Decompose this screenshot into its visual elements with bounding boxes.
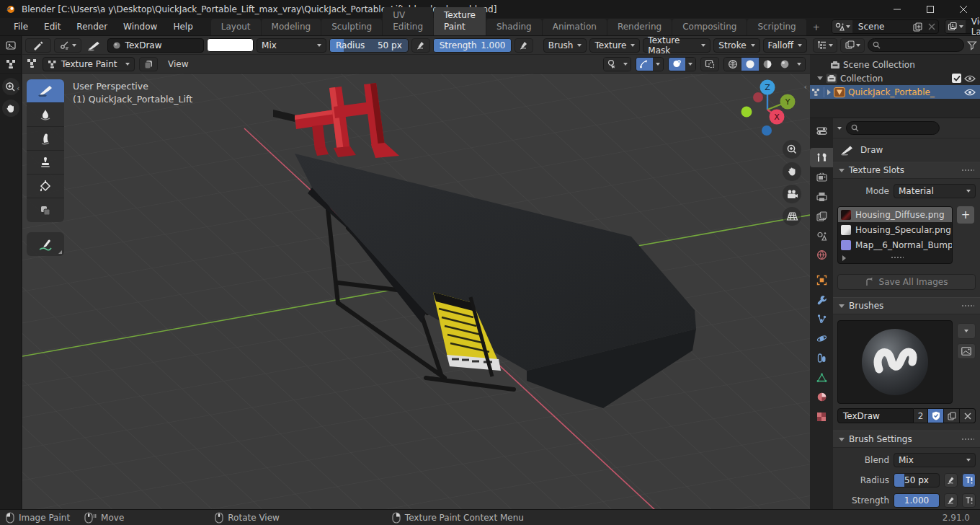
- mode-dropdown[interactable]: Texture Paint: [43, 57, 135, 71]
- tool-draw-button[interactable]: [27, 79, 64, 103]
- camera-view-button[interactable]: [783, 185, 801, 203]
- tab-particles[interactable]: [810, 309, 833, 329]
- mode-dropdown[interactable]: Material: [894, 184, 976, 198]
- expand-icon[interactable]: [817, 76, 823, 80]
- tool-annotate-button[interactable]: [27, 232, 64, 256]
- menu-file[interactable]: File: [6, 18, 36, 35]
- collection-checkbox[interactable]: [952, 74, 961, 83]
- scene-browse-button[interactable]: [832, 20, 852, 33]
- ortho-toggle-button[interactable]: [783, 207, 801, 226]
- image-editor-type-button[interactable]: [0, 36, 21, 55]
- tab-sculpting[interactable]: Sculpting: [321, 19, 382, 35]
- tab-object[interactable]: [810, 270, 833, 290]
- duplicate-brush-button[interactable]: [944, 408, 960, 423]
- brushes-panel-header[interactable]: Brushes: [833, 297, 980, 314]
- tab-tool[interactable]: [810, 148, 833, 167]
- outliner-editor-type-button[interactable]: [813, 38, 837, 53]
- paint-mask-button[interactable]: [139, 57, 158, 71]
- tool-soften-button[interactable]: [27, 103, 64, 127]
- active-tool-button[interactable]: [25, 38, 51, 53]
- brush-icon-button[interactable]: [957, 343, 976, 359]
- navigation-gizmo[interactable]: Z Y X: [726, 78, 807, 147]
- xray-toggle[interactable]: [700, 57, 719, 71]
- tab-layout[interactable]: Layout: [211, 19, 261, 35]
- radius-slider[interactable]: Radius 50 px: [329, 38, 409, 53]
- image-pan-tool-button[interactable]: [2, 100, 19, 117]
- texture-slots-panel-header[interactable]: Texture Slots: [833, 162, 980, 179]
- tab-compositing[interactable]: Compositing: [672, 19, 747, 35]
- texture-popover[interactable]: Texture: [589, 38, 640, 53]
- tab-object-data[interactable]: [810, 368, 833, 387]
- texture-slot-item[interactable]: Housing_Specular.png: [838, 222, 952, 237]
- tab-texture[interactable]: [810, 407, 833, 426]
- view-layer-browse-button[interactable]: [945, 20, 966, 33]
- scene-name[interactable]: Scene: [852, 22, 910, 32]
- brush-settings-panel-header[interactable]: Brush Settings: [833, 431, 980, 448]
- fake-user-button[interactable]: [928, 408, 944, 423]
- eye-icon[interactable]: [964, 88, 976, 97]
- tab-scene[interactable]: [810, 226, 833, 245]
- brush-name-field[interactable]: TexDraw: [837, 408, 914, 423]
- image-strip-header-button[interactable]: [0, 55, 21, 74]
- tab-world[interactable]: [810, 245, 833, 265]
- region-toggle-arrow[interactable]: ‹: [17, 84, 19, 93]
- strength-slider[interactable]: 1.000: [894, 493, 940, 508]
- radius-unit-toggle-button[interactable]: [962, 473, 976, 488]
- eye-icon[interactable]: [964, 74, 976, 83]
- outliner-row-scene-collection[interactable]: Scene Collection: [810, 58, 980, 71]
- list-grip-icon[interactable]: [891, 256, 904, 260]
- panel-grip-icon[interactable]: [961, 438, 974, 441]
- radius-pressure-button[interactable]: [411, 38, 430, 53]
- maximize-button[interactable]: [914, 0, 947, 18]
- chevron-down-icon[interactable]: [837, 127, 842, 130]
- strength-pen-pressure-button[interactable]: [944, 493, 958, 508]
- tab-modifiers[interactable]: [810, 290, 833, 309]
- tab-constraints[interactable]: [810, 348, 833, 368]
- blend-mode-dropdown[interactable]: Mix: [257, 38, 326, 53]
- falloff-popover[interactable]: Falloff: [763, 38, 807, 53]
- tool-mask-button[interactable]: [27, 198, 64, 222]
- tab-scripting[interactable]: Scripting: [747, 19, 806, 35]
- tab-output[interactable]: [810, 187, 833, 206]
- brush-popover[interactable]: Brush: [543, 38, 587, 53]
- pan-button[interactable]: [783, 162, 801, 181]
- outliner-row-collection[interactable]: Collection: [810, 71, 980, 85]
- brush-color-swatch[interactable]: [207, 38, 254, 52]
- tab-material[interactable]: [810, 387, 833, 407]
- strength-slider[interactable]: Strength 1.000: [433, 38, 512, 53]
- texture-slot-item[interactable]: Map__6_Normal_Bump....: [838, 237, 952, 252]
- scene-unlink-button[interactable]: [925, 23, 938, 30]
- shading-material-button[interactable]: [759, 58, 776, 71]
- add-workspace-button[interactable]: +: [807, 20, 826, 35]
- brush-users-count[interactable]: 2: [914, 408, 928, 423]
- view-menu[interactable]: View: [162, 56, 194, 73]
- stroke-popover[interactable]: Stroke: [713, 38, 760, 53]
- minimize-button[interactable]: [881, 0, 914, 18]
- texture-mask-popover[interactable]: Texture Mask: [643, 38, 710, 53]
- tab-texture-paint[interactable]: Texture Paint: [434, 7, 486, 35]
- tool-clone-button[interactable]: [27, 151, 64, 175]
- radius-slider[interactable]: 50 px: [894, 473, 940, 488]
- tool-fill-button[interactable]: [27, 175, 64, 198]
- expand-icon[interactable]: [827, 89, 831, 95]
- gizmo-neg-x-ball[interactable]: [753, 92, 763, 102]
- menu-help[interactable]: Help: [165, 18, 200, 35]
- tool-smear-button[interactable]: [27, 127, 64, 151]
- scene-new-button[interactable]: [910, 22, 925, 32]
- show-overlays-toggle[interactable]: [603, 57, 631, 71]
- tab-rendering[interactable]: Rendering: [607, 19, 672, 35]
- gizmos-toggle[interactable]: [636, 57, 664, 71]
- strength-unit-toggle-button[interactable]: [962, 493, 976, 508]
- filter-icon[interactable]: [967, 40, 977, 50]
- brush-select-dropdown-button[interactable]: [957, 323, 976, 339]
- tab-physics[interactable]: [810, 329, 833, 348]
- expand-icon[interactable]: [842, 255, 846, 261]
- brush-preview[interactable]: [837, 320, 953, 404]
- menu-window[interactable]: Window: [115, 18, 165, 35]
- unlink-brush-button[interactable]: [960, 408, 976, 423]
- close-button[interactable]: [947, 0, 980, 18]
- gizmo-neg-y-ball[interactable]: [741, 107, 752, 118]
- texture-slot-item[interactable]: Housing_Diffuse.png: [838, 207, 952, 222]
- strength-pressure-button[interactable]: [514, 38, 533, 53]
- tab-modeling[interactable]: Modeling: [262, 19, 321, 35]
